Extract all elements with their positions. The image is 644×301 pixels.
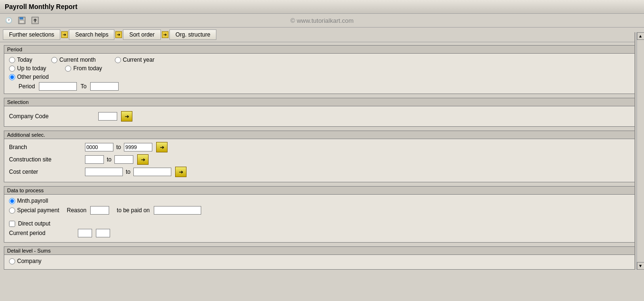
direct-output-row: Direct output: [9, 220, 635, 227]
to-be-paid-label: to be paid on: [117, 207, 149, 214]
tab-further-selections[interactable]: Further selections: [3, 29, 60, 40]
special-payment-row: Special payment Reason to be paid on: [9, 206, 635, 215]
selection-section-header: Selection: [4, 98, 640, 106]
cost-center-label: Cost center: [9, 169, 85, 175]
current-period-row: Current period: [9, 229, 635, 237]
radio-up-to-today-input[interactable]: [9, 66, 15, 72]
reason-input[interactable]: [90, 206, 109, 215]
cost-center-from-input[interactable]: [85, 168, 123, 176]
construction-site-to-label: to: [107, 156, 112, 163]
tab-further-selections-label: Further selections: [9, 31, 54, 38]
radio-company[interactable]: Company: [9, 258, 41, 264]
main-content: Period Today Current month Current year: [0, 42, 644, 291]
radio-today-input[interactable]: [9, 57, 15, 63]
svg-rect-2: [19, 20, 24, 23]
period-row-1: Today Current month Current year: [9, 56, 635, 63]
period-section-body: Today Current month Current year Up to t…: [4, 54, 640, 94]
radio-from-today[interactable]: From today: [65, 65, 102, 72]
branch-select-btn[interactable]: ➔: [156, 142, 168, 152]
selection-section: Selection Company Code ➔: [4, 98, 640, 127]
period-from-input[interactable]: [39, 82, 77, 91]
current-period-input1[interactable]: [78, 229, 92, 237]
construction-site-row: Construction site to ➔: [9, 154, 635, 165]
toolbar: 🕐 © www.tutorialkart.com: [0, 14, 644, 28]
radio-from-today-input[interactable]: [65, 66, 71, 72]
selection-section-body: Company Code ➔: [4, 106, 640, 126]
radio-today[interactable]: Today: [9, 56, 32, 63]
mnth-payroll-row: Mnth.payroll: [9, 198, 635, 204]
company-code-input[interactable]: [98, 112, 117, 121]
period-to-input[interactable]: [90, 82, 119, 91]
radio-current-month-input[interactable]: [51, 57, 57, 63]
data-process-section: Data to process Mnth.payroll Special pay…: [4, 186, 640, 243]
watermark: © www.tutorialkart.com: [290, 17, 354, 24]
company-code-select-btn[interactable]: ➔: [121, 111, 132, 122]
tab-org-structure-label: Org. structure: [176, 31, 210, 38]
radio-mnth-payroll-input[interactable]: [9, 198, 15, 204]
to-be-paid-input[interactable]: [154, 206, 201, 215]
radio-current-year-input[interactable]: [115, 57, 121, 63]
page-title: Payroll Monthly Report: [5, 3, 77, 10]
additional-section-header: Additional selec.: [4, 131, 640, 139]
cost-center-to-label: to: [126, 169, 131, 175]
construction-site-select-btn[interactable]: ➔: [137, 154, 149, 165]
period-section: Period Today Current month Current year: [4, 45, 640, 94]
svg-rect-1: [19, 17, 23, 19]
radio-up-to-today[interactable]: Up to today: [9, 65, 46, 72]
tab-sort-order-label: Sort order: [129, 31, 154, 38]
tab-sort-order[interactable]: Sort order: [123, 29, 160, 40]
branch-label: Branch: [9, 144, 85, 150]
radio-other-period-input[interactable]: [9, 74, 15, 80]
period-input-row: Period To: [9, 82, 635, 91]
tab-bar: Further selections ➔ Search helps ➔ Sort…: [0, 28, 644, 42]
scroll-up-btn[interactable]: ▲: [637, 32, 644, 40]
cost-center-row: Cost center to ➔: [9, 167, 635, 177]
cost-center-to-input[interactable]: [133, 168, 171, 176]
reason-label: Reason: [67, 207, 86, 214]
radio-mnth-payroll[interactable]: Mnth.payroll: [9, 198, 48, 204]
branch-row: Branch to ➔: [9, 142, 635, 152]
current-period-label: Current period: [9, 230, 46, 236]
scrollbar: ▲ ▼: [636, 32, 644, 270]
data-process-body: Mnth.payroll Special payment Reason to b…: [4, 195, 640, 242]
company-row: Company: [9, 258, 635, 264]
period-row-2: Up to today From today: [9, 65, 635, 72]
period-label: Period: [19, 83, 35, 90]
construction-site-to-input[interactable]: [114, 155, 133, 164]
company-code-label: Company Code: [9, 113, 94, 120]
tab-arrow-1: ➔: [61, 31, 68, 38]
radio-current-year[interactable]: Current year: [115, 56, 155, 63]
direct-output-label: Direct output: [18, 220, 50, 227]
detail-section: Detail level - Sums Company: [4, 246, 640, 270]
radio-special-payment-input[interactable]: [9, 207, 15, 214]
clock-icon[interactable]: 🕐: [4, 16, 13, 25]
radio-special-payment[interactable]: Special payment: [9, 207, 59, 214]
period-section-header: Period: [4, 46, 640, 54]
branch-to-label: to: [116, 144, 121, 150]
export-icon[interactable]: [30, 16, 40, 25]
additional-section-body: Branch to ➔ Construction site to ➔ Cost …: [4, 139, 640, 182]
construction-site-from-input[interactable]: [85, 155, 104, 164]
vertical-divider: [635, 32, 636, 270]
period-row-3: Other period: [9, 74, 635, 80]
branch-to-input[interactable]: [124, 143, 152, 151]
tab-search-helps[interactable]: Search helps: [69, 29, 114, 40]
branch-from-input[interactable]: [85, 143, 113, 151]
title-bar: Payroll Monthly Report: [0, 0, 644, 14]
current-period-input2[interactable]: [96, 229, 110, 237]
tab-org-structure[interactable]: Org. structure: [169, 29, 216, 40]
detail-section-body: Company: [4, 255, 640, 269]
tab-arrow-2: ➔: [115, 31, 122, 38]
tab-search-helps-label: Search helps: [75, 31, 108, 38]
scroll-down-btn[interactable]: ▼: [637, 262, 644, 270]
cost-center-select-btn[interactable]: ➔: [175, 167, 187, 177]
radio-current-month[interactable]: Current month: [51, 56, 96, 63]
construction-site-label: Construction site: [9, 156, 85, 163]
additional-section: Additional selec. Branch to ➔ Constructi…: [4, 131, 640, 182]
radio-company-input[interactable]: [9, 258, 15, 264]
radio-other-period[interactable]: Other period: [9, 74, 49, 80]
detail-section-header: Detail level - Sums: [4, 247, 640, 255]
direct-output-checkbox[interactable]: [9, 221, 15, 227]
save-icon[interactable]: [17, 16, 27, 25]
company-code-row: Company Code ➔: [9, 109, 635, 123]
